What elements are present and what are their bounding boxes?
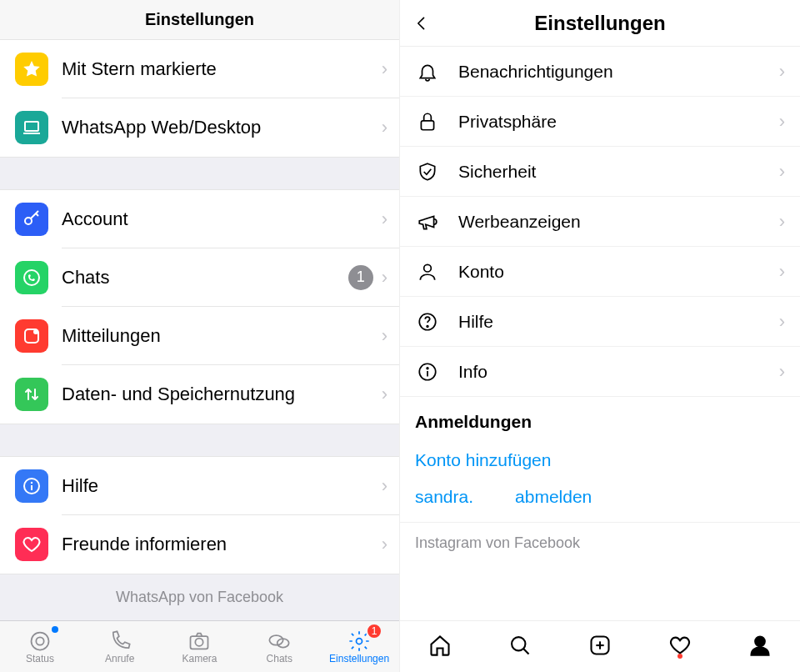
laptop-icon <box>15 111 48 144</box>
chevron-right-icon <box>382 117 388 138</box>
bell-icon <box>415 59 440 84</box>
settings-row-data[interactable]: Daten- und Speichernutzung <box>0 365 399 424</box>
status-dot <box>52 626 58 633</box>
megaphone-icon <box>415 209 440 234</box>
search-icon <box>508 634 532 660</box>
tab-search[interactable] <box>480 634 560 660</box>
camera-icon <box>188 629 211 653</box>
svg-point-5 <box>33 329 38 334</box>
row-label: Konto <box>458 262 779 282</box>
instagram-header: Einstellungen <box>400 0 800 47</box>
whatsapp-icon <box>15 261 48 294</box>
instagram-pane: Einstellungen BenachrichtigungenPrivatsp… <box>400 0 800 672</box>
row-label: Privatsphäre <box>458 112 779 132</box>
tab-add[interactable] <box>560 634 640 660</box>
settings-row-security[interactable]: Sicherheit <box>400 147 800 197</box>
chevron-right-icon <box>382 208 388 230</box>
username-link[interactable]: sandra. <box>415 487 473 507</box>
settings-row-help[interactable]: Hilfe <box>0 457 399 515</box>
tab-settings[interactable]: Einstellungen1 <box>319 621 399 672</box>
row-label: Mitteilungen <box>62 325 382 347</box>
svg-point-12 <box>196 638 203 645</box>
row-label: Sicherheit <box>458 162 779 182</box>
row-label: Hilfe <box>62 475 382 497</box>
profile-icon <box>748 634 772 660</box>
tab-calls[interactable]: Anrufe <box>80 621 160 672</box>
tab-label: Status <box>26 653 54 664</box>
row-label: Werbeanzeigen <box>458 212 779 232</box>
phone-icon <box>108 629 132 653</box>
home-icon <box>428 634 452 660</box>
whatsapp-footer: WhatsApp von Facebook <box>0 574 399 620</box>
chevron-right-icon <box>779 361 785 383</box>
svg-point-23 <box>512 637 525 650</box>
activity-dot <box>678 654 682 659</box>
logins-section-title: Anmeldungen <box>400 397 800 440</box>
tab-label: Kamera <box>182 653 217 664</box>
tab-activity[interactable] <box>640 634 720 660</box>
tab-profile[interactable] <box>720 634 800 660</box>
settings-row-privacy[interactable]: Privatsphäre <box>400 97 800 147</box>
chevron-right-icon <box>779 261 785 283</box>
chevron-right-icon <box>779 211 785 233</box>
tab-status[interactable]: Status <box>0 621 80 672</box>
svg-point-8 <box>31 482 32 484</box>
instagram-footer: Instagram von Facebook <box>400 523 800 564</box>
svg-line-24 <box>523 649 528 654</box>
settings-row-account[interactable]: Konto <box>400 247 800 297</box>
whatsapp-pane: Einstellungen Mit Stern markierteWhatsAp… <box>0 0 400 672</box>
tab-label: Chats <box>267 653 292 664</box>
whatsapp-header-title: Einstellungen <box>0 0 399 40</box>
row-label: Daten- und Speichernutzung <box>62 384 382 405</box>
svg-rect-16 <box>421 120 433 129</box>
settings-row-chats[interactable]: Chats1 <box>0 248 399 307</box>
app-badge-icon <box>15 319 48 353</box>
back-button[interactable] <box>413 0 430 46</box>
tab-home[interactable] <box>400 634 480 660</box>
add-account-link[interactable]: Konto hinzufügen <box>400 440 800 480</box>
settings-row-starred[interactable]: Mit Stern markierte <box>0 40 399 98</box>
chevron-right-icon <box>382 534 388 555</box>
svg-point-17 <box>424 264 432 272</box>
shield-icon <box>415 159 440 184</box>
tab-camera[interactable]: Kamera <box>160 621 240 672</box>
settings-row-tellfriend[interactable]: Freunde informieren <box>0 515 399 574</box>
status-icon <box>28 629 52 653</box>
instagram-header-title: Einstellungen <box>534 12 665 35</box>
svg-point-19 <box>427 325 428 327</box>
svg-rect-0 <box>25 122 38 131</box>
chevron-right-icon <box>382 325 388 347</box>
chevron-right-icon <box>779 311 785 333</box>
row-label: Info <box>458 362 779 382</box>
row-label: Mit Stern markierte <box>62 58 382 80</box>
settings-row-account[interactable]: Account <box>0 190 399 248</box>
svg-point-9 <box>31 632 48 649</box>
tab-badge: 1 <box>366 623 382 639</box>
chevron-right-icon <box>382 384 388 405</box>
row-label: Account <box>62 208 382 230</box>
chats-icon <box>268 629 291 653</box>
key-icon <box>15 203 48 236</box>
star-icon <box>15 53 48 86</box>
chevron-right-icon <box>382 475 388 497</box>
tab-label: Einstellungen <box>329 653 389 664</box>
question-icon <box>415 309 440 334</box>
row-label: Benachrichtigungen <box>458 62 779 82</box>
settings-row-help[interactable]: Hilfe <box>400 297 800 347</box>
settings-row-about[interactable]: Info <box>400 347 800 397</box>
settings-row-ads[interactable]: Werbeanzeigen <box>400 197 800 247</box>
svg-point-22 <box>427 367 428 369</box>
section-divider <box>0 424 399 457</box>
row-label: WhatsApp Web/Desktop <box>62 117 382 138</box>
settings-row-web[interactable]: WhatsApp Web/Desktop <box>0 98 399 157</box>
chevron-right-icon <box>779 61 785 83</box>
tab-chatstab[interactable]: Chats <box>239 621 319 672</box>
instagram-tab-bar <box>400 620 800 672</box>
settings-row-notifications[interactable]: Mitteilungen <box>0 307 399 365</box>
settings-row-notifications[interactable]: Benachrichtigungen <box>400 47 800 97</box>
lock-icon <box>415 109 440 134</box>
chevron-right-icon <box>382 267 388 288</box>
svg-point-2 <box>25 218 32 224</box>
logout-link[interactable]: abmelden <box>515 487 592 507</box>
heart-icon <box>15 528 48 561</box>
